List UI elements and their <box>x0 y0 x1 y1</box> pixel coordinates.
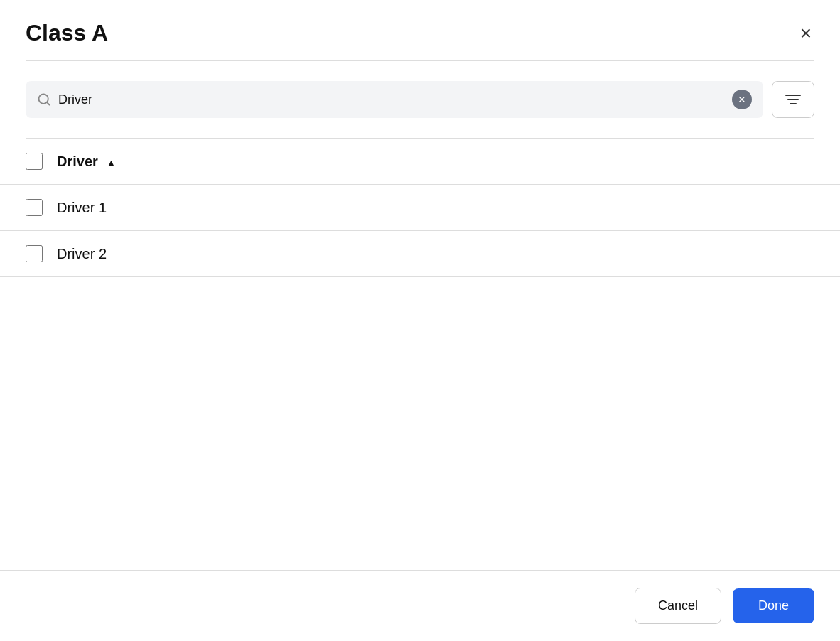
filter-line-3 <box>790 103 797 104</box>
list-item: Driver 2 <box>0 231 840 277</box>
item-label-driver-2: Driver 2 <box>57 246 107 262</box>
item-label-driver-1: Driver 1 <box>57 200 107 216</box>
checkbox-driver-header[interactable] <box>26 153 43 170</box>
filter-line-2 <box>787 99 799 100</box>
list-item: Driver ▲ <box>0 139 840 185</box>
clear-icon: ✕ <box>732 90 752 109</box>
filter-icon <box>785 95 801 104</box>
list-item: Driver 1 <box>0 185 840 231</box>
checkbox-driver-2[interactable] <box>26 245 43 262</box>
search-input[interactable] <box>58 92 725 107</box>
dialog-title: Class A <box>26 20 108 46</box>
clear-search-button[interactable]: ✕ <box>732 90 752 109</box>
svg-line-1 <box>47 102 50 105</box>
done-button[interactable]: Done <box>733 588 814 623</box>
search-bar: ✕ <box>26 81 763 118</box>
sort-arrow-driver[interactable]: ▲ <box>106 157 116 168</box>
dialog-footer: Cancel Done <box>0 570 840 641</box>
close-button[interactable]: × <box>797 21 814 46</box>
filter-button[interactable] <box>772 81 814 118</box>
class-a-dialog: Class A × ✕ <box>0 0 840 641</box>
checkbox-driver-1[interactable] <box>26 199 43 216</box>
filter-line-1 <box>785 95 801 96</box>
search-icon <box>37 92 51 107</box>
item-label-driver-header: Driver ▲ <box>57 153 116 170</box>
dialog-header: Class A × <box>0 0 840 60</box>
search-section: ✕ <box>0 61 840 138</box>
cancel-button[interactable]: Cancel <box>635 588 721 624</box>
list-section: Driver ▲ Driver 1 Driver 2 <box>0 139 840 570</box>
